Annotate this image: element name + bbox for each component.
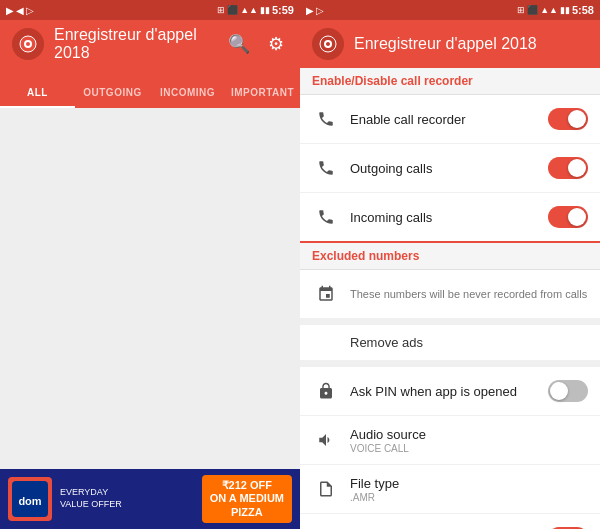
incoming-calls-toggle[interactable] — [548, 206, 588, 228]
right-signal-icon: ▲▲ — [540, 5, 558, 15]
right-time: 5:58 — [572, 4, 594, 16]
record-icon — [18, 34, 38, 54]
audio-icon — [312, 426, 340, 454]
outgoing-calls-item[interactable]: Outgoing calls — [300, 144, 600, 193]
enable-recorder-toggle[interactable] — [548, 108, 588, 130]
excluded-icon — [312, 280, 340, 308]
right-record-icon — [318, 34, 338, 54]
left-status-bar: ▶ ◀ ▷ ⊞ ⬛ ▲▲ ▮▮ 5:59 — [0, 0, 300, 20]
left-content-area — [0, 108, 300, 469]
right-panel: ▶ ▷ ⊞ ⬛ ▲▲ ▮▮ 5:58 Enregistreur d'appel … — [300, 0, 600, 529]
enable-recorder-item[interactable]: Enable call recorder — [300, 95, 600, 144]
section-header-excluded: Excluded numbers — [300, 243, 600, 270]
excluded-numbers-desc: These numbers will be never recorded fro… — [350, 288, 588, 300]
right-alarm-icon: ⬛ — [527, 5, 538, 15]
right-notif-icon: ⊞ — [517, 5, 525, 15]
excluded-numbers-item[interactable]: These numbers will be never recorded fro… — [300, 270, 600, 319]
signal-icon: ▲▲ — [240, 5, 258, 15]
right-app-title: Enregistreur d'appel 2018 — [354, 35, 588, 53]
right-app-bar: Enregistreur d'appel 2018 — [300, 20, 600, 68]
file-type-item[interactable]: File type .amr — [300, 465, 600, 514]
incoming-calls-label: Incoming calls — [350, 210, 548, 225]
svg-text:dom: dom — [18, 495, 41, 507]
left-time: 5:59 — [272, 4, 294, 16]
lock-icon — [312, 377, 340, 405]
show-notification-item[interactable]: Show notification — [300, 514, 600, 529]
section-header-enable: Enable/Disable call recorder — [300, 68, 600, 95]
ask-pin-text: Ask PIN when app is opened — [350, 384, 548, 399]
audio-source-text: Audio source VOICE CALL — [350, 427, 588, 454]
ask-pin-toggle[interactable] — [548, 380, 588, 402]
notification-icon — [312, 524, 340, 529]
tab-all[interactable]: ALL — [0, 87, 75, 108]
outgoing-calls-text: Outgoing calls — [350, 161, 548, 176]
file-type-text: File type .amr — [350, 476, 588, 503]
ask-pin-item[interactable]: Ask PIN when app is opened — [300, 367, 600, 416]
file-type-label: File type — [350, 476, 588, 491]
notif-icon: ⊞ — [217, 5, 225, 15]
outgoing-calls-toggle[interactable] — [548, 157, 588, 179]
phone-icon-3 — [312, 203, 340, 231]
tab-outgoing[interactable]: OUTGOING — [75, 87, 150, 108]
pizza-icon: dom — [12, 481, 48, 517]
dominos-logo: dom — [8, 477, 52, 521]
left-status-right-icons: ⊞ ⬛ ▲▲ ▮▮ 5:59 — [217, 4, 294, 16]
incoming-calls-text: Incoming calls — [350, 210, 548, 225]
right-battery-icon: ▮▮ — [560, 5, 570, 15]
tab-incoming[interactable]: INCOMING — [150, 87, 225, 108]
right-app-icon — [312, 28, 344, 60]
right-forward-icon: ▷ — [316, 5, 324, 16]
audio-source-sublabel: VOICE CALL — [350, 443, 588, 454]
svg-point-2 — [26, 42, 30, 46]
left-panel: ▶ ◀ ▷ ⊞ ⬛ ▲▲ ▮▮ 5:59 Enregistreur d'appe… — [0, 0, 300, 529]
settings-button[interactable]: ⚙ — [264, 29, 288, 59]
banner-offer[interactable]: ₹212 OFF ON A MEDIUM PIZZA — [202, 475, 292, 523]
right-status-right-icons: ⊞ ⬛ ▲▲ ▮▮ 5:58 — [517, 4, 594, 16]
app-icon — [12, 28, 44, 60]
bottom-banner[interactable]: dom EVERYDAY VALUE OFFER ₹212 OFF ON A M… — [0, 469, 300, 529]
file-type-sublabel: .amr — [350, 492, 588, 503]
alarm-icon: ⬛ — [227, 5, 238, 15]
right-status-bar: ▶ ▷ ⊞ ⬛ ▲▲ ▮▮ 5:58 — [300, 0, 600, 20]
audio-source-item[interactable]: Audio source VOICE CALL — [300, 416, 600, 465]
right-status-left-icons: ▶ ▷ — [306, 5, 324, 16]
right-play-icon: ▶ — [306, 5, 314, 16]
banner-tagline: EVERYDAY VALUE OFFER — [60, 487, 122, 510]
left-status-left-icons: ▶ ◀ ▷ — [6, 5, 34, 16]
enable-recorder-text: Enable call recorder — [350, 112, 548, 127]
svg-point-7 — [326, 42, 330, 46]
tab-important[interactable]: IMPORTANT — [225, 87, 300, 108]
forward-icon: ▷ — [26, 5, 34, 16]
phone-icon-1 — [312, 105, 340, 133]
remove-ads-item[interactable]: Remove ads — [300, 325, 600, 361]
phone-icon-2 — [312, 154, 340, 182]
battery-icon: ▮▮ — [260, 5, 270, 15]
outgoing-calls-label: Outgoing calls — [350, 161, 548, 176]
banner-text: EVERYDAY VALUE OFFER — [60, 487, 122, 510]
enable-recorder-label: Enable call recorder — [350, 112, 548, 127]
ask-pin-label: Ask PIN when app is opened — [350, 384, 548, 399]
search-button[interactable]: 🔍 — [224, 29, 254, 59]
excluded-numbers-text: These numbers will be never recorded fro… — [350, 288, 588, 300]
tabs-bar: ALL OUTGOING INCOMING IMPORTANT — [0, 68, 300, 108]
file-icon — [312, 475, 340, 503]
rewind-icon: ◀ — [16, 5, 24, 16]
play-icon: ▶ — [6, 5, 14, 16]
audio-source-label: Audio source — [350, 427, 588, 442]
banner-inner: dom EVERYDAY VALUE OFFER ₹212 OFF ON A M… — [0, 471, 300, 527]
left-app-title: Enregistreur d'appel 2018 — [54, 26, 214, 62]
left-app-bar: Enregistreur d'appel 2018 🔍 ⚙ — [0, 20, 300, 68]
settings-content: Enable/Disable call recorder Enable call… — [300, 68, 600, 529]
remove-ads-label: Remove ads — [350, 335, 423, 350]
incoming-calls-item[interactable]: Incoming calls — [300, 193, 600, 243]
